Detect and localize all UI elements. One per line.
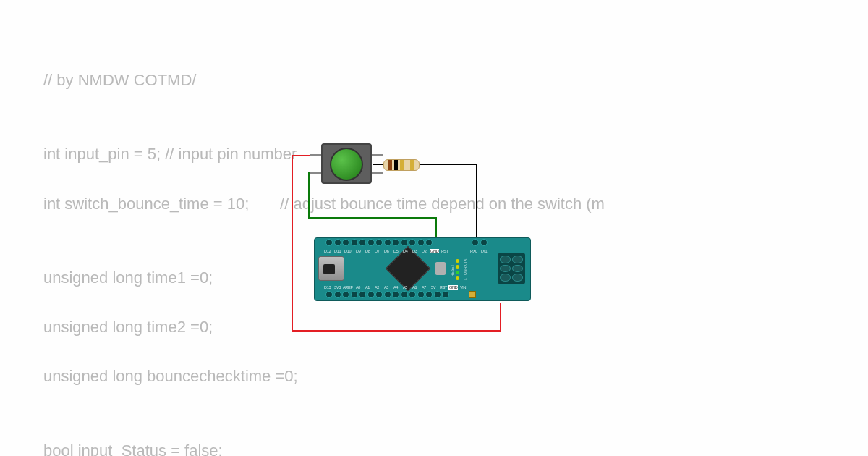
pin-row-top-r bbox=[472, 239, 488, 246]
pin-row-top bbox=[326, 239, 433, 246]
usb-port bbox=[318, 256, 344, 281]
pin-label: D3 bbox=[412, 249, 417, 253]
wire-green bbox=[308, 217, 437, 219]
pin-label: 3V3 bbox=[334, 285, 341, 290]
pin-label: RX0 bbox=[470, 249, 477, 253]
button-pin bbox=[370, 154, 383, 156]
reset-label: RESET bbox=[450, 264, 454, 276]
pin-label: A7 bbox=[422, 285, 426, 290]
reset-button[interactable] bbox=[435, 262, 446, 275]
button-pin bbox=[370, 172, 383, 174]
push-button-cap[interactable] bbox=[330, 148, 363, 181]
pin-label: RST bbox=[441, 249, 448, 253]
pin-label: A3 bbox=[384, 285, 388, 290]
led-on bbox=[456, 271, 459, 274]
led-label: ON bbox=[463, 270, 467, 276]
pin-label: D4 bbox=[403, 249, 407, 253]
pin-label: D7 bbox=[375, 249, 379, 253]
pin-label: 5V bbox=[431, 285, 435, 290]
pin-label: A2 bbox=[375, 285, 379, 290]
pin-label: GND bbox=[430, 249, 439, 253]
wire-black bbox=[476, 164, 477, 239]
pin-label: D6 bbox=[384, 249, 388, 253]
wire-red bbox=[292, 155, 293, 332]
pin-label: A6 bbox=[412, 285, 417, 290]
pin-label: VIN bbox=[460, 285, 466, 290]
pin-label: A4 bbox=[393, 285, 398, 290]
pin-label: A0 bbox=[356, 285, 360, 290]
pin-label: D8 bbox=[365, 249, 370, 253]
pin-label: D2 bbox=[422, 249, 426, 253]
pin-label: A1 bbox=[365, 285, 370, 290]
pin-label: D12 bbox=[324, 249, 331, 253]
pin-label: RST bbox=[440, 285, 447, 290]
circuit-diagram: D12 D11 D10 D9 D8 D7 D6 D5 D4 D3 D2 GND … bbox=[253, 123, 615, 333]
pin-label: AREF bbox=[343, 285, 352, 290]
pin-row-bottom bbox=[326, 291, 449, 298]
pin-label: D10 bbox=[344, 249, 351, 253]
pin-label: A5 bbox=[403, 285, 407, 290]
wire-green bbox=[435, 217, 437, 239]
led-label: L bbox=[463, 278, 467, 280]
icsp-header bbox=[498, 253, 525, 284]
wire-black bbox=[373, 164, 383, 165]
pin-label: D11 bbox=[334, 249, 341, 253]
led-l bbox=[456, 276, 459, 280]
pin-label: D5 bbox=[393, 249, 398, 253]
led-label: RX bbox=[463, 264, 467, 269]
pin-label: D9 bbox=[356, 249, 360, 253]
led-label: TX bbox=[463, 259, 467, 263]
wire-red bbox=[292, 330, 501, 332]
pin-label: TX1 bbox=[480, 249, 487, 253]
pin-label: D13 bbox=[324, 285, 331, 290]
led-tx bbox=[456, 259, 459, 263]
led-rx bbox=[456, 265, 459, 269]
code-line: // by NMDW COTMD/ bbox=[43, 68, 605, 93]
resistor bbox=[383, 159, 420, 171]
wire-red bbox=[500, 303, 501, 332]
code-line: bool input_Status = false; bbox=[43, 439, 605, 457]
pin-label: GND bbox=[448, 285, 458, 290]
vin-pad bbox=[469, 291, 476, 298]
wire-green bbox=[308, 172, 310, 219]
code-line: unsigned long bouncechecktime =0; bbox=[43, 364, 605, 389]
wire-black bbox=[420, 164, 477, 165]
